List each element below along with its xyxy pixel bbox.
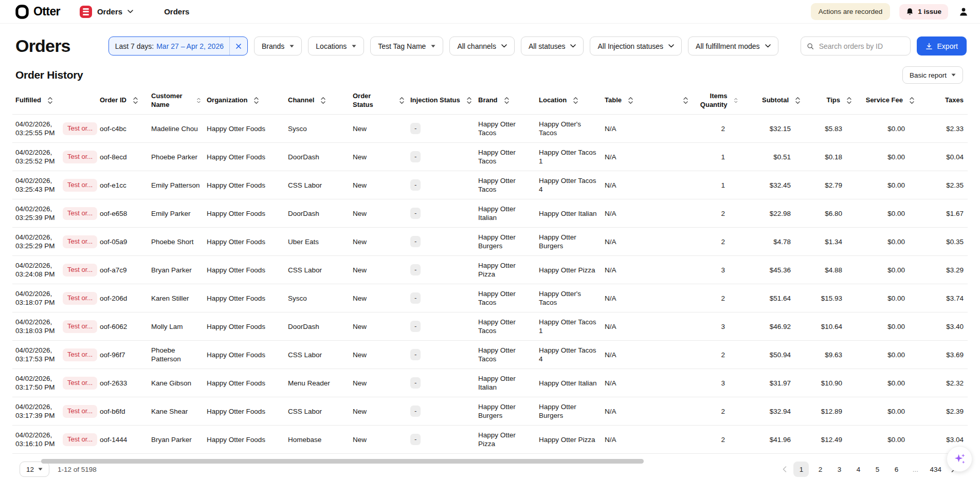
cell-items_quantity: 2 [691, 426, 740, 454]
page-button-2[interactable]: 2 [812, 462, 828, 477]
filter-all-injection-statuses[interactable]: All Injection statuses [590, 36, 682, 56]
date-filter-range: Mar 27 – Apr 2, 2026 [156, 42, 224, 50]
column-header-service_fee[interactable]: Service Fee [855, 88, 917, 115]
bell-icon [906, 8, 914, 16]
cell-fulfilled: 04/02/2026, 03:17:39 PM [12, 397, 60, 426]
column-header-customer[interactable]: Customer Name [148, 88, 204, 115]
otter-logo: Otter [15, 5, 60, 19]
order-row[interactable]: 04/02/2026, 03:16:10 PMTest or...oof-144… [12, 426, 968, 454]
search-orders-input[interactable] [818, 42, 904, 51]
cell-items_quantity: 2 [691, 228, 740, 256]
page-button-4[interactable]: 4 [850, 462, 866, 477]
cell-injection_status: - [407, 143, 475, 171]
cell-location: Happy Otter Italian [536, 199, 602, 228]
page-button-6[interactable]: 6 [888, 462, 904, 477]
clear-date-filter-button[interactable] [229, 37, 247, 55]
column-header-fulfilled[interactable]: Fulfilled [12, 88, 60, 115]
sort-icon[interactable] [573, 97, 578, 104]
order-row[interactable]: 04/02/2026, 03:17:53 PMTest or...oof-96f… [12, 341, 968, 369]
page-button-5[interactable]: 5 [869, 462, 885, 477]
cell-customer: Emily Parker [148, 199, 204, 228]
cell-channel: Homebase [285, 426, 350, 454]
order-row[interactable]: 04/02/2026, 03:25:43 PMTest or...oof-e1c… [12, 171, 968, 199]
order-row[interactable]: 04/02/2026, 03:24:08 PMTest or...oof-a7c… [12, 256, 968, 284]
app-switcher[interactable]: Orders [80, 6, 133, 18]
page-size-value: 12 [26, 466, 34, 473]
column-header-taxes: Taxes [917, 88, 968, 115]
cell-brand: Happy Otter Tacos [475, 143, 536, 171]
sort-icon[interactable] [628, 97, 633, 104]
column-header-location[interactable]: Location [536, 88, 602, 115]
column-header-brand[interactable]: Brand [475, 88, 536, 115]
filter-all-statuses[interactable]: All statuses [521, 36, 584, 56]
sort-icon[interactable] [321, 97, 325, 104]
sort-icon[interactable] [197, 97, 201, 104]
order-row[interactable]: 04/02/2026, 03:25:55 PMTest or...oof-c4b… [12, 115, 968, 143]
order-row[interactable]: 04/02/2026, 03:18:07 PMTest or...oof-206… [12, 284, 968, 312]
column-header-order_id[interactable]: Order ID [97, 88, 148, 115]
horizontal-scrollbar[interactable] [41, 459, 644, 464]
order-row[interactable]: 04/02/2026, 03:17:50 PMTest or...oof-263… [12, 369, 968, 397]
cell-organization: Happy Otter Foods [204, 426, 285, 454]
page-button-3[interactable]: 3 [831, 462, 847, 477]
sort-icon[interactable] [795, 97, 800, 104]
column-label: Tips [827, 96, 841, 105]
orders-app-icon [80, 6, 92, 18]
sort-icon[interactable] [847, 97, 851, 104]
sort-icon[interactable] [400, 97, 404, 104]
column-header-injection_status[interactable]: Injection Status [407, 88, 475, 115]
search-orders-box[interactable] [801, 36, 911, 56]
cell-table: N/A [602, 256, 653, 284]
sort-icon[interactable] [133, 97, 138, 104]
filter-brands[interactable]: Brands [254, 36, 302, 56]
column-header-items_quantity[interactable]: Items Quantity [691, 88, 740, 115]
page-size-select[interactable]: 12 [20, 462, 49, 477]
column-header-channel[interactable]: Channel [285, 88, 350, 115]
filter-test-tag-name[interactable]: Test Tag Name [370, 36, 443, 56]
cell-items_quantity: 2 [691, 115, 740, 143]
column-header-subtotal[interactable]: Subtotal [740, 88, 803, 115]
page-navigation: 123456...434 [779, 462, 958, 477]
cell-subtotal: $41.96 [740, 426, 803, 454]
order-row[interactable]: 04/02/2026, 03:18:03 PMTest or...oof-606… [12, 312, 968, 341]
issue-notification-badge[interactable]: 1 issue [899, 4, 948, 20]
filter-all-channels[interactable]: All channels [449, 36, 515, 56]
column-header-spacer[interactable] [653, 88, 691, 115]
cell-tips: $5.83 [803, 115, 855, 143]
cell-service_fee: $0.00 [855, 256, 917, 284]
cell-customer: Bryan Parker [148, 426, 204, 454]
export-button[interactable]: Export [917, 36, 967, 56]
column-header-organization[interactable]: Organization [204, 88, 285, 115]
sort-icon[interactable] [254, 97, 259, 104]
order-row[interactable]: 04/02/2026, 03:25:29 PMTest or...oof-05a… [12, 228, 968, 256]
column-header-table[interactable]: Table [602, 88, 653, 115]
user-account-button[interactable] [957, 6, 970, 18]
cell-injection_status: - [407, 115, 475, 143]
column-header-order_status[interactable]: Order Status [350, 88, 407, 115]
sort-icon[interactable] [683, 97, 688, 104]
order-row[interactable]: 04/02/2026, 03:25:52 PMTest or...oof-8ec… [12, 143, 968, 171]
sort-icon[interactable] [467, 97, 471, 104]
page-button-1[interactable]: 1 [793, 462, 809, 477]
sort-icon[interactable] [504, 97, 509, 104]
sort-icon[interactable] [734, 97, 737, 104]
cell-tips: $0.18 [803, 143, 855, 171]
sort-icon[interactable] [910, 97, 914, 104]
cell-organization: Happy Otter Foods [204, 115, 285, 143]
cell-tag: Test or... [60, 284, 97, 312]
cell-tips: $10.90 [803, 369, 855, 397]
order-row[interactable]: 04/02/2026, 03:25:39 PMTest or...oof-e65… [12, 199, 968, 228]
sort-icon[interactable] [48, 97, 52, 104]
date-range-filter[interactable]: Last 7 days: Mar 27 – Apr 2, 2026 [108, 36, 248, 56]
filter-all-fulfillment-modes[interactable]: All fulfillment modes [688, 36, 778, 56]
filter-locations[interactable]: Locations [308, 36, 364, 56]
report-type-select[interactable]: Basic report [902, 66, 963, 84]
test-order-badge: Test or... [63, 405, 97, 418]
column-header-tips[interactable]: Tips [803, 88, 855, 115]
previous-page-button[interactable] [779, 464, 790, 474]
order-row[interactable]: 04/02/2026, 03:17:39 PMTest or...oof-b6f… [12, 397, 968, 426]
cell-customer: Kane Gibson [148, 369, 204, 397]
page-button-434[interactable]: 434 [927, 462, 945, 477]
cell-channel: CSS Labor [285, 341, 350, 369]
ai-assistant-button[interactable] [947, 446, 972, 472]
